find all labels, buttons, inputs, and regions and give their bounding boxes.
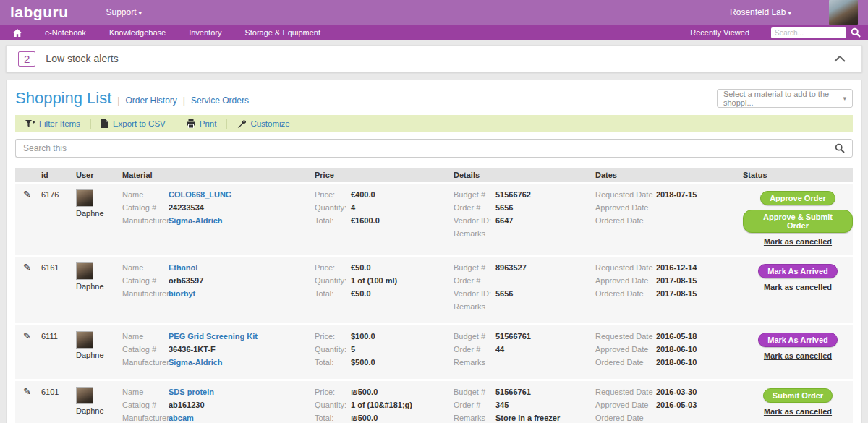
status-action-button[interactable]: Mark As Arrived [758, 264, 838, 278]
edit-icon[interactable]: ✎ [23, 386, 31, 397]
status-action-button[interactable]: Approve Order [760, 191, 835, 205]
main-panel: Shopping List | Order History | Service … [6, 80, 862, 423]
remarks-label: Remarks [454, 302, 495, 312]
row-user-avatar[interactable] [76, 262, 93, 280]
ordered-date-label: Ordered Date [595, 357, 656, 368]
edit-icon[interactable]: ✎ [23, 262, 31, 273]
price-label: Price: [315, 387, 351, 398]
status-actions: Mark As ArrivedMark as cancelled [739, 331, 853, 370]
edit-icon[interactable]: ✎ [23, 330, 31, 341]
export-csv-label: Export to CSV [113, 119, 166, 128]
order-id: 6161 [37, 262, 72, 315]
search-icon[interactable] [851, 27, 861, 38]
approved-date-value: 2017-08-15 [656, 275, 697, 286]
ordered-date-value: 2018-06-10 [656, 357, 697, 368]
requested-date-label: Requested Date [595, 331, 656, 342]
requested-date-label: Requested Date [595, 262, 656, 273]
manufacturer-link[interactable]: biorbyt [169, 289, 195, 299]
mark-as-cancelled-link[interactable]: Mark as cancelled [764, 283, 832, 291]
support-menu[interactable]: Support▾ [106, 7, 142, 17]
material-select-value: Select a material to add to the shoppi..… [723, 90, 841, 107]
status-action-button[interactable]: Approve & Submit Order [743, 210, 853, 233]
requested-date-value: 2018-07-15 [656, 189, 697, 200]
budget-value: 51566762 [495, 189, 531, 200]
page-title: Shopping List [15, 89, 111, 108]
home-button[interactable] [13, 29, 22, 37]
order-number-label: Order # [454, 344, 495, 355]
customize-button[interactable]: Customize [226, 119, 299, 129]
remarks-label: Remarks [454, 413, 495, 423]
header-material: Material [118, 168, 310, 182]
total-value: €50.0 [351, 289, 371, 299]
quantity-value: 1 of (100 ml) [351, 275, 397, 286]
budget-label: Budget # [454, 387, 495, 398]
labguru-logo: labguru [10, 4, 69, 21]
catalog-value: ab161230 [169, 400, 205, 411]
quantity-value: 4 [351, 202, 355, 213]
edit-icon[interactable]: ✎ [23, 189, 31, 200]
service-orders-link[interactable]: Service Orders [191, 95, 249, 106]
order-number-value: 44 [495, 344, 504, 355]
price-value: $100.0 [351, 331, 375, 342]
approved-date-label: Approved Date [595, 344, 656, 355]
manufacturer-link[interactable]: Sigma-Aldrich [169, 215, 223, 226]
recently-viewed-link[interactable]: Recently Viewed [690, 28, 749, 37]
global-search-input[interactable] [771, 27, 846, 38]
table-search-input[interactable] [15, 139, 827, 158]
nav-item-inventory[interactable]: Inventory [189, 28, 221, 37]
print-button[interactable]: Print [176, 119, 227, 129]
table-search-button[interactable] [827, 139, 853, 158]
status-action-button[interactable]: Submit Order [763, 388, 833, 403]
order-history-link[interactable]: Order History [125, 95, 176, 106]
total-label: Total: [315, 357, 351, 368]
nav-item-enotebook[interactable]: e-Notebook [45, 28, 86, 37]
lab-switcher[interactable]: Rosenfeld Lab▾ [730, 7, 791, 17]
order-number-value: 5656 [495, 202, 513, 213]
manufacturer-link[interactable]: Sigma-Aldrich [169, 357, 223, 368]
row-user-name: Daphne [76, 351, 118, 359]
quantity-label: Quantity: [315, 344, 351, 355]
budget-value: 8963527 [495, 262, 527, 273]
mark-as-cancelled-link[interactable]: Mark as cancelled [764, 237, 832, 246]
header-user: User [72, 168, 118, 182]
user-avatar[interactable] [829, 0, 858, 25]
order-number-label: Order # [454, 275, 495, 286]
material-select-dropdown[interactable]: Select a material to add to the shoppi..… [717, 89, 853, 108]
row-user-name: Daphne [76, 282, 118, 291]
order-id: 6176 [37, 189, 72, 246]
quantity-value: 5 [351, 344, 355, 355]
material-name-link[interactable]: COLO668_LUNG [169, 189, 231, 200]
status-actions: Mark As ArrivedMark as cancelled [739, 262, 853, 315]
export-csv-button[interactable]: Export to CSV [90, 119, 176, 129]
catalog-value: orb63597 [169, 275, 203, 286]
row-user-avatar[interactable] [76, 189, 93, 207]
header-id: id [37, 168, 72, 182]
collapse-panel-button[interactable] [834, 56, 846, 62]
quantity-label: Quantity: [315, 275, 351, 286]
separator: | [183, 95, 185, 106]
mark-as-cancelled-link[interactable]: Mark as cancelled [764, 351, 832, 360]
material-name-link[interactable]: PEG Grid Screening Kit [169, 331, 258, 342]
lab-name-label: Rosenfeld Lab [730, 7, 786, 17]
price-label: Price: [315, 189, 351, 200]
material-name-label: Name [122, 262, 169, 273]
manufacturer-link[interactable]: abcam [169, 413, 194, 423]
manufacturer-label: Manufacturer [122, 215, 169, 226]
filter-items-button[interactable]: Filter Items [15, 119, 90, 129]
alert-count-badge: 2 [18, 51, 35, 67]
status-action-button[interactable]: Mark As Arrived [758, 333, 838, 347]
chevron-down-icon: ▾ [788, 9, 791, 17]
order-number-label: Order # [454, 202, 495, 213]
material-name-link[interactable]: SDS protein [169, 387, 214, 398]
search-icon [835, 143, 845, 153]
header-status: Status [739, 168, 853, 182]
material-name-link[interactable]: Ethanol [169, 262, 197, 273]
nav-item-knowledgebase[interactable]: Knowledgebase [109, 28, 166, 37]
mark-as-cancelled-link[interactable]: Mark as cancelled [764, 407, 832, 416]
row-user-avatar[interactable] [76, 387, 93, 404]
row-user-avatar[interactable] [76, 331, 93, 349]
remarks-value: Store in a freezer [495, 413, 560, 423]
total-value: €1600.0 [351, 215, 380, 226]
nav-item-storage-equipment[interactable]: Storage & Equipment [244, 28, 320, 37]
catalog-label: Catalog # [122, 344, 169, 355]
